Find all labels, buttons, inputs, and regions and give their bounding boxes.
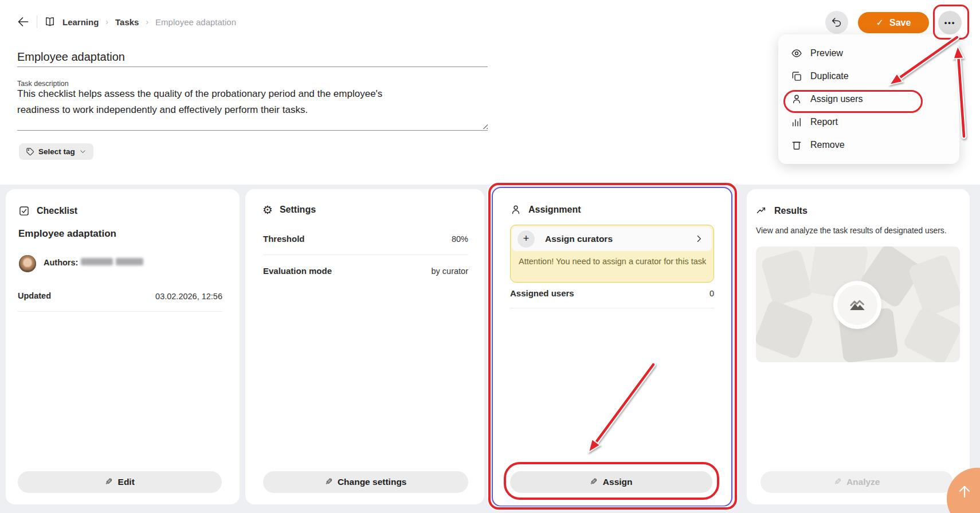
select-tag-button[interactable]: Select tag [19,143,93,160]
results-card-title: Results [774,206,807,216]
trending-up-icon [756,205,767,217]
pencil-icon: ✎ [105,477,112,487]
annotation-box-more-button [933,5,969,40]
analyze-button-label: Analyze [846,477,880,487]
task-description-line: readiness to work independently and effe… [17,102,453,118]
updated-value: 03.02.2026, 12:56 [108,292,222,301]
task-description-line: This checklist helps assess the quality … [17,86,453,102]
pencil-icon: ✎ [325,477,332,487]
settings-card-title: Settings [280,205,316,215]
updated-label: Updated [18,291,51,300]
menu-item-report[interactable]: Report [778,111,959,134]
menu-item-label: Duplicate [810,71,849,81]
arrow-up-icon [956,483,973,500]
evaluation-mode-value: by curator [354,267,468,276]
pencil-icon: ✎ [834,477,841,487]
save-label: Save [889,18,911,28]
book-icon [44,16,56,28]
divider [263,254,468,255]
menu-item-label: Report [810,117,838,127]
menu-item-preview[interactable]: Preview [778,42,959,65]
authors-label: Authors: [44,258,78,267]
threshold-value: 80% [354,234,468,244]
author-name-redacted [81,258,113,265]
eye-icon [791,48,802,59]
undo-button[interactable] [825,11,848,34]
menu-item-duplicate[interactable]: Duplicate [778,65,959,88]
task-title-field[interactable]: Employee adaptation [17,50,125,64]
breadcrumb: Learning › Tasks › Employee adaptation [16,13,236,31]
checklist-icon [18,205,30,217]
title-field-underline [17,66,488,67]
breadcrumb-learning[interactable]: Learning [62,17,99,27]
change-settings-button[interactable]: ✎ Change settings [263,471,468,493]
author-avatar [19,255,36,272]
divider [18,311,222,312]
bar-chart-icon [791,116,802,128]
evaluation-mode-label: Evaluation mode [263,266,332,276]
description-field-underline [17,130,488,131]
select-tag-label: Select tag [38,147,75,156]
breadcrumb-current: Employee adaptation [155,17,236,27]
breadcrumb-divider [37,15,37,28]
annotation-box-assign-button [504,462,719,500]
results-placeholder-image [756,246,960,362]
breadcrumb-separator: › [105,17,108,26]
results-description: View and analyze the task results of des… [756,226,962,235]
menu-item-label: Remove [810,140,845,150]
analyze-button[interactable]: ✎ Analyze [761,471,953,493]
save-button[interactable]: ✓ Save [858,12,929,33]
tag-icon [26,147,34,156]
menu-item-label: Preview [810,48,843,58]
undo-icon [830,16,843,29]
breadcrumb-separator: › [146,17,148,26]
settings-card-header: ⚙ Settings [262,204,316,216]
menu-item-remove[interactable]: Remove [778,134,959,156]
edit-button[interactable]: ✎ Edit [18,471,222,493]
trash-icon [791,139,802,151]
check-icon: ✓ [876,18,884,28]
chevron-down-icon [79,148,87,155]
task-description-field[interactable]: This checklist helps assess the quality … [17,86,453,118]
edit-button-label: Edit [118,477,135,487]
back-button[interactable] [16,15,30,29]
annotation-box-assign-users [783,90,923,113]
breadcrumb-tasks[interactable]: Tasks [115,17,139,27]
threshold-label: Threshold [263,234,305,244]
image-placeholder-icon [833,281,881,329]
annotation-box-assignment-card [488,183,737,510]
author-name-redacted [116,258,143,265]
checklist-name: Employee adaptation [18,228,116,240]
gear-icon: ⚙ [262,204,273,216]
change-settings-button-label: Change settings [338,477,407,487]
checklist-card-header: Checklist [18,205,77,217]
results-card-header: Results [756,205,807,217]
checklist-card-title: Checklist [37,206,77,216]
duplicate-icon [791,71,802,82]
mountain-chart-icon [847,295,868,315]
back-arrow-icon [16,15,30,29]
